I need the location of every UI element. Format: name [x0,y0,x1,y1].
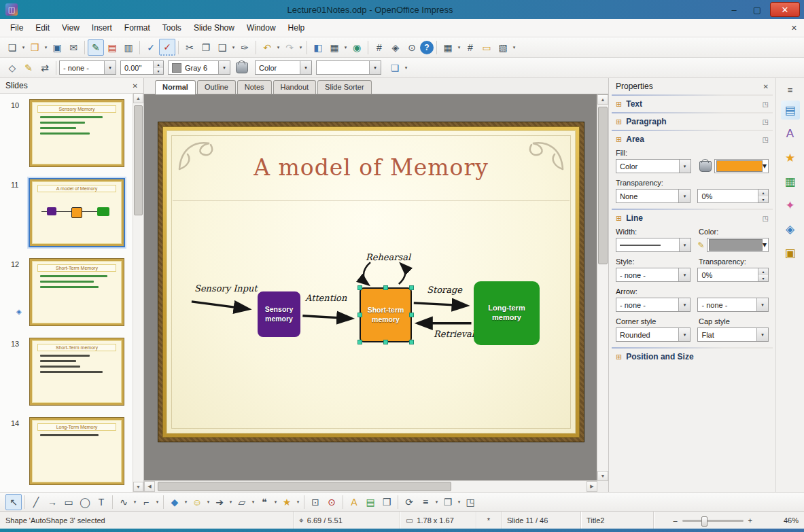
open-dropdown-icon[interactable]: ▾ [43,40,49,55]
scroll-left-icon[interactable]: ◀ [144,481,155,492]
block-arrows-dropdown-icon[interactable]: ▾ [228,495,234,510]
scroll-up-icon[interactable]: ▲ [597,94,608,105]
rotate-tool-icon[interactable]: ⟳ [401,494,417,510]
basic-shapes-dropdown-icon[interactable]: ▾ [183,495,189,510]
selection-handle[interactable] [409,285,414,290]
sidebar-images-tab-icon[interactable]: ▦ [781,172,800,191]
cap-style-select[interactable]: Flat ▾ [697,327,769,342]
spin-up-icon[interactable]: ▴ [154,61,163,68]
expand-icon[interactable]: ⊞ [616,214,622,223]
slide-canvas[interactable]: A model of Memory [144,94,597,481]
select-tool-icon[interactable]: ↖ [5,494,22,510]
section-text[interactable]: ⊞ Text ◳ [609,96,775,112]
menu-insert[interactable]: Insert [86,20,118,35]
paste-icon[interactable]: ❑ [214,39,230,56]
area-style-icon[interactable] [236,63,248,73]
line-width-stepper[interactable]: 0.00" ▴▾ [120,60,164,75]
table-dropdown-icon[interactable]: ▾ [343,40,349,55]
stars-dropdown-icon[interactable]: ▾ [295,495,301,510]
arrange-dropdown-icon[interactable]: ▾ [456,495,462,510]
chevron-down-icon[interactable]: ▾ [756,328,768,341]
chevron-down-icon[interactable]: ▾ [678,190,690,202]
zoom-track[interactable] [682,520,744,522]
tab-outline[interactable]: Outline [197,80,236,94]
long-term-memory-box[interactable]: Long-term memory [474,281,540,345]
line-tool-icon[interactable]: ╱ [28,494,44,510]
block-arrows-tool-icon[interactable]: ➔ [211,494,228,510]
spin-up-icon[interactable]: ▴ [758,190,768,196]
email-icon[interactable]: ✉ [65,39,82,56]
align-tool-icon[interactable]: ≡ [417,494,434,510]
chart-icon[interactable]: ◧ [310,39,326,56]
slides-panel-scrollbar[interactable]: ▲ ▼ [133,93,143,492]
fill-color-select[interactable]: ▾ [316,60,381,75]
cut-icon[interactable]: ✂ [181,39,198,56]
scroll-right-icon[interactable]: ▶ [587,481,597,492]
layout-status[interactable]: Title2 [581,512,654,529]
copy-icon[interactable]: ❐ [198,39,214,56]
grid-icon[interactable]: # [371,39,387,56]
toolbar-overflow-icon[interactable]: ▾ [403,60,409,75]
scroll-down-icon[interactable]: ▼ [133,482,143,492]
print-icon[interactable]: ▥ [120,39,137,56]
spin-up-icon[interactable]: ▴ [758,268,768,275]
text-dialog-launcher-icon[interactable]: ◳ [763,101,769,108]
callouts-dropdown-icon[interactable]: ▾ [273,495,279,510]
label-rehearsal[interactable]: Rehearsal [366,252,410,262]
slide-12-thumbnail[interactable]: Short-Term Memory [30,259,124,325]
curve-dropdown-icon[interactable]: ▾ [132,495,138,510]
text-tool-icon[interactable]: T [93,494,109,510]
insert-table-icon[interactable]: ▦ [440,39,456,56]
glue-points-tool-icon[interactable]: ⊙ [324,494,340,510]
extrusion-tool-icon[interactable]: ◳ [462,494,478,510]
fill-color-select[interactable]: ▾ [714,159,769,173]
from-file-tool-icon[interactable]: ▤ [362,494,379,510]
fontwork-tool-icon[interactable]: A [346,494,362,510]
sidebar-styles-tab-icon[interactable]: A [781,124,800,143]
fill-type-select[interactable]: Color ▾ [255,60,312,75]
slideshow-icon[interactable]: ▧ [495,39,511,56]
sidebar-menu-icon[interactable]: ≡ [781,84,800,96]
rectangle-tool-icon[interactable]: ▭ [60,494,77,510]
chevron-down-icon[interactable]: ▾ [763,161,767,171]
show-grid-icon[interactable]: # [462,39,478,56]
paragraph-dialog-launcher-icon[interactable]: ◳ [763,118,769,126]
sidebar-master-tab-icon[interactable]: ▣ [781,243,800,262]
slide-14-thumbnail[interactable]: Long-Term Memory [30,418,124,484]
maximize-button[interactable]: ▢ [747,3,767,16]
tab-handout[interactable]: Handout [273,80,317,94]
slide-13-thumbnail[interactable]: Short-Term memory [30,338,124,405]
open-icon[interactable]: ❒ [27,39,43,56]
zoom-percent[interactable]: 46% [759,512,804,529]
slides-panel-close-icon[interactable]: ✕ [133,82,138,90]
expand-icon[interactable]: ⊞ [616,135,622,144]
arrow-end-select[interactable]: - none - ▾ [697,298,769,312]
sidebar-transition-tab-icon[interactable]: ◈ [781,219,800,238]
spin-down-icon[interactable]: ▾ [154,68,163,75]
symbol-shapes-dropdown-icon[interactable]: ▾ [205,495,211,510]
redo-dropdown-icon[interactable]: ▾ [298,40,304,55]
paste-dropdown-icon[interactable]: ▾ [230,40,237,55]
scrollbar-thumb[interactable] [598,107,608,264]
undo-icon[interactable]: ↶ [259,39,275,56]
toolbar-overflow-icon[interactable]: ▾ [511,40,517,55]
scroll-up-icon[interactable]: ▲ [133,93,143,103]
smiley-tool-icon[interactable]: ☺ [189,494,205,510]
close-document-icon[interactable]: ✕ [791,24,797,33]
align-dropdown-icon[interactable]: ▾ [434,495,440,510]
gallery-icon[interactable]: ▭ [478,39,495,56]
line-color-select[interactable]: ▾ [707,238,769,252]
selection-handle[interactable] [357,340,362,344]
properties-close-icon[interactable]: ✕ [763,83,769,90]
section-area[interactable]: ⊞ Area ◳ [609,131,775,147]
scrollbar-thumb[interactable] [134,105,143,215]
arrow-start-select[interactable]: - none - ▾ [616,298,691,312]
spelling-icon[interactable]: ✓ [143,39,159,56]
chevron-down-icon[interactable]: ▾ [756,298,768,311]
zoom-out-icon[interactable]: – [673,516,677,525]
line-style-select[interactable]: - none - ▾ [616,268,691,282]
label-retrieval[interactable]: Retrieval [434,329,474,339]
tab-notes[interactable]: Notes [237,80,272,94]
redo-icon[interactable]: ↷ [281,39,298,56]
chevron-down-icon[interactable]: ▾ [369,61,381,74]
